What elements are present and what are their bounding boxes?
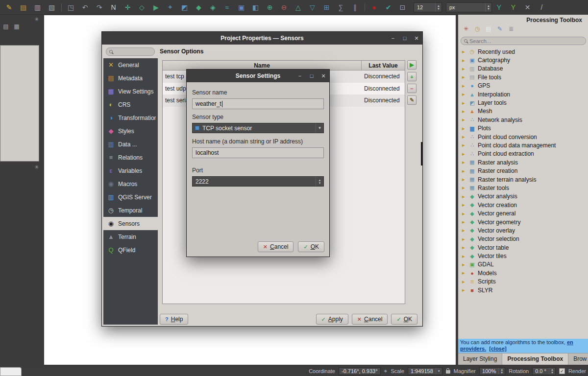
cancel-button[interactable]: ✕ Cancel [258,241,294,252]
delete-selected-icon[interactable]: ✕ [520,1,535,13]
sidebar-scrollbar[interactable] [421,142,422,165]
spinner-arrows-icon[interactable]: ▲▼ [498,368,505,375]
snapping-icon[interactable]: ⌖ [163,1,177,13]
add-feature-icon[interactable]: ✛ [121,1,135,13]
chevron-right-icon[interactable]: ▸ [462,193,466,200]
port-spinner[interactable]: 2222 ▲▼ [192,176,324,187]
toolbox-category[interactable]: ▸ ▦ Raster tools [458,184,588,192]
units-select[interactable]: px ▲▼ [446,2,492,12]
minimize-icon[interactable]: − [387,32,399,45]
magnifier-spinner[interactable]: 100% ▲▼ [479,367,505,375]
undo-icon[interactable]: ↶ [78,1,92,13]
chevron-right-icon[interactable]: ▸ [462,253,466,259]
toolbox-category[interactable]: ▸ ▤ File tools [458,73,588,81]
ok-button[interactable]: ✓ OK [391,314,417,325]
toolbox-category[interactable]: ▸ ▆ Plots [458,124,588,133]
copy-features-icon[interactable]: ▥ [30,1,45,13]
panel-handle-icon[interactable]: ✳ [34,16,39,23]
sidebar-item[interactable]: ▥ QGIS Server [103,190,158,204]
chevron-right-icon[interactable]: ▸ [462,176,466,183]
chevron-right-icon[interactable]: ▸ [462,74,466,80]
toolbox-category[interactable]: ▸ ◷ Recently used [458,47,588,56]
remove-sensor-button[interactable]: − [407,84,416,93]
toolbox-category[interactable]: ▸ ◆ Vector analysis [458,192,588,201]
grid-icon[interactable]: ▣ [234,1,248,13]
sidebar-item[interactable]: ▥ Data ... [103,138,158,151]
toolbox-category[interactable]: ▸ ∴ Network analysis [458,116,588,124]
edit-sensor-button[interactable]: ✎ [407,95,416,105]
spinner-arrows-icon[interactable]: ▲▼ [485,3,491,12]
font-size-input[interactable]: 12 ▲▼ [414,2,442,12]
sidebar-item[interactable]: ◉ Macros [103,177,158,190]
toolbox-category[interactable]: ▸ ◆ Vector creation [458,201,588,209]
lock-icon[interactable] [446,370,450,374]
chevron-right-icon[interactable]: ▸ [462,211,466,217]
dock-tab[interactable]: Processing Toolbox [502,353,568,365]
toolbox-category[interactable]: ▸ ▲ Interpolation [458,90,588,98]
select-rectangle-icon[interactable]: ⊡ [395,1,410,13]
python-console-icon[interactable]: ≣ [507,25,515,33]
dialog-titlebar[interactable]: Project Properties — Sensors − □ ✕ [102,32,422,45]
start-sensor-button[interactable]: ▶ [407,60,416,70]
chevron-right-icon[interactable]: ▸ [462,202,466,208]
triangle-tool-icon[interactable]: △ [291,1,305,13]
topology-checker-icon[interactable]: Y [492,1,506,13]
chevron-right-icon[interactable]: ▸ [462,48,466,55]
notice-close-link[interactable]: [close] [489,346,506,352]
add-ring-icon[interactable]: ⊕ [263,1,277,13]
sidebar-item[interactable]: ▤ Metadata [103,71,158,85]
add-sensor-button[interactable]: + [407,72,416,81]
dock-tab[interactable]: Brow [568,353,588,365]
rotation-spinner[interactable]: 0.0 ° ▲▼ [532,367,556,375]
toolbox-category[interactable]: ▸ ◆ Vector table [458,243,588,252]
polygon-tool-icon[interactable]: ◆ [192,1,206,13]
dock-table-icon[interactable]: ▤ [2,23,10,30]
sidebar-item[interactable]: ✕ General [103,58,158,71]
chevron-right-icon[interactable]: ▸ [462,159,466,165]
toolbox-category[interactable]: ▸ ◩ Layer tools [458,98,588,107]
toolbar-icon[interactable] [59,1,64,13]
toolbox-category[interactable]: ▸ ▲ Mesh [458,107,588,116]
paste-features-icon[interactable]: ▧ [45,1,59,13]
toolbox-category[interactable]: ▸ ◆ Vector tiles [458,252,588,260]
run-tool-icon[interactable]: ▶ [149,1,163,13]
chevron-right-icon[interactable]: ▸ [462,125,466,132]
chevron-right-icon[interactable]: ▸ [462,270,466,276]
chevron-right-icon[interactable]: ▸ [462,108,466,115]
north-arrow-icon[interactable]: N [106,1,121,13]
chevron-right-icon[interactable]: ▸ [462,279,466,285]
toolbox-category[interactable]: ▸ ◆ Vector overlay [458,226,588,235]
toolbox-category[interactable]: ▸ ∴ Point cloud conversion [458,133,588,141]
chevron-right-icon[interactable]: ▸ [462,134,466,140]
chevron-right-icon[interactable]: ▸ [462,83,466,89]
sensor-name-input[interactable]: weather_t [192,98,324,109]
extent-icon[interactable]: ⌖ [384,368,388,375]
spinner-arrows-icon[interactable]: ▲▼ [549,368,555,375]
print-layout-icon[interactable]: ▤ [16,1,30,13]
toolbox-category[interactable]: ▸ ■ SLYR [458,286,588,294]
chevron-right-icon[interactable]: ▸ [462,168,466,174]
help-button[interactable]: ? Help [160,314,188,325]
style-manager-icon[interactable]: ✎ [2,1,16,13]
toolbox-category[interactable]: ▸ ● Models [458,269,588,277]
redo-icon[interactable]: ↷ [92,1,106,13]
delete-ring-icon[interactable]: ⊖ [277,1,291,13]
chevron-right-icon[interactable]: ▸ [462,100,466,106]
chevron-right-icon[interactable]: ▸ [462,151,466,157]
locator-search[interactable] [0,367,22,376]
chevron-right-icon[interactable]: ▸ [462,219,466,225]
search-input[interactable] [469,38,583,44]
edit-in-place-icon[interactable]: ✎ [496,25,504,33]
dock-tab[interactable]: Layer Styling [458,353,502,365]
sidebar-item[interactable]: ▲ Terrain [103,230,158,243]
toolbox-category[interactable]: ▸ π Scripts [458,278,588,286]
sidebar-item[interactable]: ε Variables [103,164,158,177]
results-viewer-icon[interactable]: ▤ [485,25,492,33]
toolbox-category[interactable]: ▸ ▥ Database [458,65,588,73]
maximize-icon[interactable]: □ [306,70,318,82]
chevron-right-icon[interactable]: ▸ [462,57,466,64]
attribute-table-icon[interactable]: ⊞ [319,1,334,13]
split-features-icon[interactable]: ◧ [248,1,263,13]
toolbox-category[interactable]: ▸ ● GPS [458,82,588,90]
toolbox-category[interactable]: ▸ ◆ Vector selection [458,235,588,243]
